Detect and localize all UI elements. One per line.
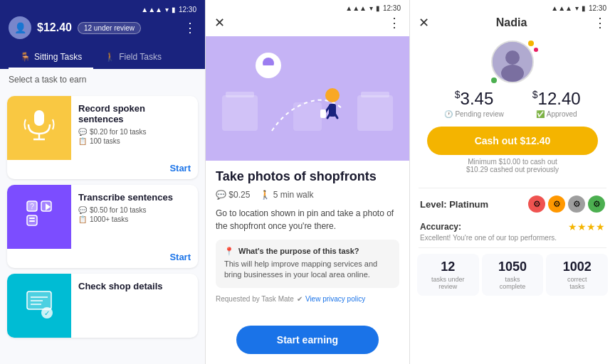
p2-footer: Start earning	[206, 318, 409, 364]
pay-icon: 💬	[216, 190, 226, 200]
task-image-checkshop: ✓	[7, 274, 71, 338]
panel-shopfront-task: ▲▲▲ ▾ ▮ 12:30 ✕ ⋮	[205, 0, 410, 364]
start-transcribe-button[interactable]: Start	[169, 252, 191, 262]
p2-pay: 💬 $0.25	[216, 190, 250, 200]
panel1-header: ▲▲▲ ▾ ▮ 12:30 👤 $12.40 12 under review ⋮…	[0, 0, 205, 69]
p1-tabs: 🪑 Sitting Tasks 🚶 Field Tasks	[9, 46, 196, 69]
approved-icon: ✅	[536, 110, 545, 118]
p3-stats-row: 12 tasks underreview 1050 taskscomplete …	[410, 248, 615, 301]
p3-time: 12:30	[589, 4, 606, 12]
cashout-button[interactable]: Cash out $12.40	[427, 127, 598, 155]
p3-nav: ✕ Nadia ⋮	[410, 12, 615, 35]
p2-battery-icon: ▮	[376, 4, 380, 12]
start-earning-button[interactable]: Start earning	[236, 326, 379, 354]
p1-balance: $12.40	[37, 21, 72, 34]
p3-close-icon[interactable]: ✕	[419, 15, 429, 31]
task-content-transcribe: Transcribe sentences 💬 $0.50 for 10 task…	[71, 185, 198, 249]
task-card-record[interactable]: Record spoken sentences 💬 $0.20 for 10 t…	[7, 96, 198, 179]
count-icon: 📋	[78, 137, 87, 145]
battery-icon: ▮	[172, 6, 176, 14]
p2-more-icon[interactable]: ⋮	[388, 15, 401, 31]
task-footer-transcribe: Start	[7, 249, 198, 268]
p1-tasks-list: Record spoken sentences 💬 $0.20 for 10 t…	[0, 90, 205, 364]
p2-description: Go to location shown in pin and take a p…	[216, 207, 399, 232]
count-icon: 📋	[78, 215, 87, 223]
p3-user-name: Nadia	[496, 16, 527, 29]
task-pay-transcribe: 💬 $0.50 for 10 tasks	[78, 206, 191, 214]
svg-rect-20	[293, 102, 322, 131]
verified-icon: ✔	[297, 295, 303, 303]
p2-signal-icon: ▲▲▲	[345, 4, 367, 12]
p2-hero-illustration	[206, 36, 409, 161]
privacy-policy-link[interactable]: View privacy policy	[305, 295, 365, 303]
walk-icon: 🚶	[260, 190, 270, 200]
clock-icon: 🕐	[444, 110, 453, 118]
p3-signal-icon: ▲▲▲	[551, 4, 572, 12]
p2-qa-question: 📍 What's the purpose of this task?	[224, 247, 391, 256]
p3-balance-row: $3.45 🕐 Pending review $12.40 ✅ Approved	[444, 83, 580, 124]
task-content-checkshop: Check shop details	[71, 274, 198, 338]
start-record-button[interactable]: Start	[169, 163, 191, 173]
p1-status-bar: ▲▲▲ ▾ ▮ 12:30	[9, 6, 196, 16]
svg-rect-0	[34, 110, 44, 126]
svg-rect-19	[361, 92, 389, 97]
p1-top-row: 👤 $12.40 12 under review ⋮	[9, 16, 196, 46]
svg-rect-18	[357, 95, 393, 131]
close-button[interactable]: ✕	[214, 15, 225, 31]
stat-label-correct: correcttasks	[567, 276, 587, 290]
svg-text:?: ?	[30, 203, 34, 210]
p2-task-meta: 💬 $0.25 🚶 5 min walk	[216, 190, 399, 200]
p3-level-row: Level: Platinum ⚙ ⚙ ⚙ ⚙	[420, 196, 605, 213]
task-footer-record: Start	[7, 160, 198, 179]
p3-more-icon[interactable]: ⋮	[594, 15, 606, 31]
p1-subtitle: Select a task to earn	[0, 69, 205, 90]
svg-point-32	[501, 65, 524, 82]
wifi-icon: ▾	[165, 6, 169, 14]
task-card-checkshop[interactable]: ✓ Check shop details	[7, 274, 198, 338]
badge-silver: ⚙	[568, 196, 585, 213]
task-title-checkshop: Check shop details	[78, 281, 191, 291]
p3-approved-amount: $12.40	[532, 89, 581, 109]
task-count-record: 📋 100 tasks	[78, 137, 191, 145]
p3-accuracy-desc: Excellent! You're one of our top perform…	[410, 234, 615, 247]
more-options-icon[interactable]: ⋮	[184, 20, 196, 36]
tab-sitting-tasks[interactable]: 🪑 Sitting Tasks	[9, 46, 93, 69]
p3-battery-icon: ▮	[582, 4, 586, 12]
panel-sitting-tasks: ▲▲▲ ▾ ▮ 12:30 👤 $12.40 12 under review ⋮…	[0, 0, 205, 364]
p2-task-content: Take photos of shopfronts 💬 $0.25 🚶 5 mi…	[206, 161, 409, 318]
p2-task-title: Take photos of shopfronts	[216, 169, 399, 184]
task-card-transcribe[interactable]: ? Transcribe sentences 💬 $0.50 for 10 ta…	[7, 185, 198, 268]
stat-tasks-review: 12 tasks underreview	[417, 254, 479, 296]
stat-tasks-complete: 1050 taskscomplete	[482, 254, 544, 296]
task-title-record: Record spoken sentences	[78, 103, 191, 124]
p2-qa-answer: This will help improve mapping services …	[224, 259, 391, 281]
stat-num-correct: 1002	[563, 259, 592, 274]
walk-icon: 🚶	[105, 52, 115, 62]
signal-icon: ▲▲▲	[141, 6, 162, 14]
p3-approved-label: ✅ Approved	[536, 110, 577, 118]
stat-label-complete: taskscomplete	[500, 276, 526, 290]
task-count-transcribe: 📋 1000+ tasks	[78, 215, 191, 223]
p3-accuracy-label: Accuracy:	[420, 222, 461, 232]
p2-wifi-icon: ▾	[369, 4, 373, 12]
review-badge[interactable]: 12 under review	[78, 22, 141, 34]
stat-num-review: 12	[441, 259, 455, 274]
stat-label-review: tasks underreview	[431, 276, 465, 290]
svg-rect-9	[29, 220, 35, 222]
tab-field-tasks[interactable]: 🚶 Field Tasks	[93, 46, 173, 69]
p3-cashout-note: Minimum $10.00 to cash out $10.29 cashed…	[452, 158, 573, 179]
p3-approved-balance: $12.40 ✅ Approved	[532, 89, 581, 118]
p3-accuracy-row: Accuracy: ★★★★	[410, 217, 615, 234]
p3-wifi-icon: ▾	[575, 4, 579, 12]
pay-icon: 💬	[78, 128, 87, 136]
p3-badges: ⚙ ⚙ ⚙ ⚙	[528, 196, 605, 213]
task-image-transcribe: ?	[7, 185, 71, 249]
p3-stars: ★★★★	[568, 221, 605, 232]
task-content-record: Record spoken sentences 💬 $0.20 for 10 t…	[71, 96, 198, 160]
p2-nav: ✕ ⋮	[206, 12, 409, 36]
p1-time: 12:30	[179, 6, 196, 14]
p3-status-bar: ▲▲▲ ▾ ▮ 12:30	[410, 0, 615, 12]
p2-requested-by: Requested by Task Mate ✔ View privacy po…	[216, 295, 399, 303]
svg-rect-8	[29, 218, 35, 219]
stat-tasks-correct: 1002 correcttasks	[546, 254, 608, 296]
